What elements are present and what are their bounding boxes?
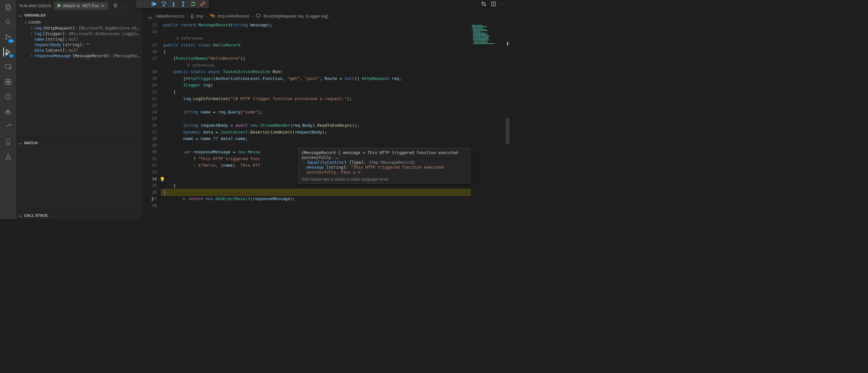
svg-rect-1 bbox=[7, 5, 10, 10]
variable-row[interactable]: ›log [ILogger]: {Microsoft.Extensions.Lo… bbox=[16, 31, 142, 36]
docker-icon[interactable] bbox=[4, 107, 13, 116]
compare-changes-icon[interactable] bbox=[481, 1, 486, 7]
chevron-down-icon: ⌄ bbox=[24, 20, 27, 24]
callstack-label: CALL STACK bbox=[24, 214, 48, 217]
chevron-down-icon: ⌄ bbox=[19, 141, 22, 145]
watch-header[interactable]: ⌄ WATCH bbox=[16, 139, 142, 147]
variable-row[interactable]: ›requestBody [string]: "" bbox=[16, 42, 142, 48]
svg-point-25 bbox=[183, 5, 184, 6]
codelens[interactable]: 0 references bbox=[161, 35, 470, 42]
step-over-button[interactable] bbox=[161, 1, 167, 7]
svg-point-2 bbox=[6, 20, 9, 23]
variables-header[interactable]: ⌄ VARIABLES bbox=[16, 12, 142, 19]
more-icon[interactable]: ··· bbox=[501, 1, 506, 7]
line-gutter[interactable]: 1314 151617 1819202122232425262728293031… bbox=[142, 21, 161, 219]
svg-rect-32 bbox=[213, 15, 214, 17]
breadcrumb-namespace[interactable]: tmp bbox=[196, 13, 204, 19]
svg-point-21 bbox=[115, 5, 116, 6]
start-debug-icon[interactable] bbox=[57, 3, 62, 9]
svg-rect-15 bbox=[6, 111, 7, 113]
continue-button[interactable] bbox=[151, 1, 157, 7]
azure-icon[interactable] bbox=[4, 152, 13, 161]
timeline-icon[interactable] bbox=[4, 92, 13, 101]
drag-grip-icon[interactable]: ⋮⋮ bbox=[139, 2, 147, 6]
svg-rect-0 bbox=[6, 5, 9, 9]
current-execution-line bbox=[161, 189, 470, 196]
namespace-icon: {} bbox=[191, 13, 194, 19]
callstack-header[interactable]: ⌄ CALL STACK bbox=[16, 212, 142, 219]
svg-point-26 bbox=[482, 2, 483, 3]
scm-badge: 12 bbox=[8, 39, 14, 43]
step-out-button[interactable] bbox=[180, 1, 186, 7]
svg-rect-10 bbox=[5, 79, 8, 82]
more-icon[interactable]: ··· bbox=[122, 4, 127, 8]
svg-rect-18 bbox=[7, 110, 8, 111]
split-editor-icon[interactable] bbox=[491, 1, 496, 7]
variable-row[interactable]: ›req [HttpRequest]: {Microsoft.AspNetCor… bbox=[16, 25, 142, 31]
hover-summary: {MessageRecord { message = This HTTP tri… bbox=[302, 150, 467, 160]
variable-row[interactable]: ›name [string]: null bbox=[16, 36, 142, 42]
svg-point-23 bbox=[163, 5, 164, 6]
run-debug-icon[interactable]: 1 bbox=[3, 48, 12, 57]
locals-header[interactable]: ⌄ Locals bbox=[16, 19, 142, 25]
svg-rect-11 bbox=[8, 79, 11, 82]
svg-rect-16 bbox=[7, 111, 8, 113]
hover-hint: Hold Option key to switch to editor lang… bbox=[302, 175, 467, 182]
lightbulb-icon[interactable]: 💡 bbox=[159, 176, 165, 183]
svg-point-5 bbox=[5, 38, 7, 40]
svg-point-4 bbox=[5, 34, 7, 36]
remote-icon[interactable] bbox=[4, 62, 13, 71]
svg-point-9 bbox=[9, 68, 11, 69]
debug-badge: 1 bbox=[9, 54, 13, 58]
activity-bar: 12 1 bbox=[0, 0, 16, 219]
variables-tree: ›req [HttpRequest]: {Microsoft.AspNetCor… bbox=[16, 25, 142, 60]
share-icon[interactable] bbox=[4, 122, 13, 131]
watch-label: WATCH bbox=[24, 141, 38, 145]
debug-toolbar[interactable]: ⋮⋮ bbox=[135, 0, 209, 8]
breadcrumb-file[interactable]: HelloRecord.cs bbox=[156, 13, 184, 19]
codelens[interactable]: 0 references bbox=[161, 62, 470, 69]
chevron-down-icon: ⌄ bbox=[19, 213, 22, 218]
svg-point-6 bbox=[9, 36, 11, 38]
debug-config-selector[interactable]: Attach to .NET Fun bbox=[54, 2, 108, 10]
svg-text:C#: C# bbox=[149, 15, 153, 19]
svg-rect-31 bbox=[211, 14, 212, 16]
svg-line-3 bbox=[9, 23, 11, 25]
csharp-file-icon: C# bbox=[149, 14, 153, 19]
svg-rect-22 bbox=[152, 2, 152, 6]
method-icon bbox=[256, 13, 261, 19]
editor-area: ⋮⋮ ··· C# HelloRecord.cs › {} tmp › tmp.… bbox=[142, 0, 509, 219]
variables-label: VARIABLES bbox=[24, 13, 45, 17]
svg-rect-12 bbox=[5, 82, 8, 85]
variable-row[interactable]: ›data [object]: null bbox=[16, 48, 142, 53]
explorer-icon[interactable] bbox=[4, 3, 13, 12]
svg-rect-13 bbox=[8, 82, 11, 85]
step-into-button[interactable] bbox=[170, 1, 176, 7]
debug-config-label: Attach to .NET Fun bbox=[63, 4, 99, 8]
device-icon[interactable] bbox=[4, 137, 13, 146]
disconnect-button[interactable] bbox=[200, 1, 206, 7]
variable-row[interactable]: ›responseMessage [MessageRecord]: {Messa… bbox=[16, 53, 142, 59]
svg-rect-17 bbox=[9, 111, 10, 113]
search-icon[interactable] bbox=[4, 18, 13, 27]
chevron-down-icon[interactable] bbox=[100, 3, 105, 9]
scrollbar-vertical[interactable] bbox=[505, 21, 509, 219]
svg-point-27 bbox=[484, 5, 486, 6]
code-editor[interactable]: public record MessageRecord(string messa… bbox=[161, 21, 470, 219]
minimap[interactable]: ▀▀ ▀▀▀▀ ▀▀▀▀▀▀▀▀ ▀▀▀▀▀ ▀▀▀▀ ▀▀▀▀▀▀▀▀▀▀▀▀… bbox=[470, 21, 509, 219]
debug-hover-popup[interactable]: {MessageRecord { message = This HTTP tri… bbox=[298, 148, 470, 184]
extensions-icon[interactable] bbox=[4, 77, 13, 86]
locals-label: Locals bbox=[29, 20, 41, 24]
source-control-icon[interactable]: 12 bbox=[4, 32, 13, 41]
class-icon bbox=[210, 13, 215, 19]
chevron-down-icon: ⌄ bbox=[19, 13, 22, 18]
debug-sidebar: RUN AND DEBUG Attach to .NET Fun ··· ⌄ V… bbox=[16, 0, 142, 219]
scrollbar-thumb[interactable] bbox=[505, 118, 509, 144]
gear-icon[interactable] bbox=[113, 3, 118, 9]
breadcrumb[interactable]: C# HelloRecord.cs › {} tmp › tmp.HelloRe… bbox=[142, 12, 509, 21]
breadcrumb-method[interactable]: Run(HttpRequest req, ILogger log) bbox=[264, 13, 328, 19]
restart-button[interactable] bbox=[190, 1, 196, 7]
svg-point-24 bbox=[173, 5, 174, 6]
breadcrumb-class[interactable]: tmp.HelloRecord bbox=[218, 13, 249, 19]
sidebar-title: RUN AND DEBUG bbox=[20, 4, 51, 8]
